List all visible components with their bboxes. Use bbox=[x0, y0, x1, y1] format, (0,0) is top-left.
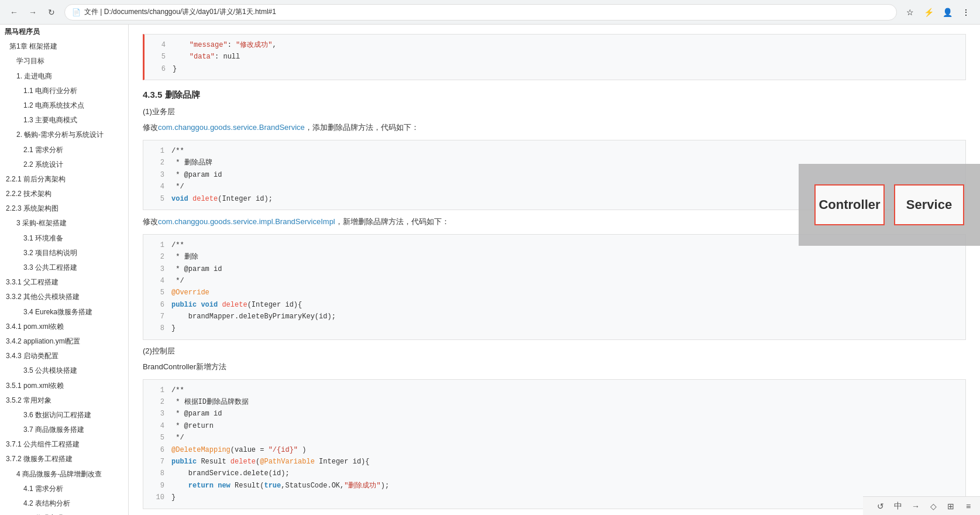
service-impl-code: 1 /** 2 * 删除 3 * @param id 4 */ 5 @Overr… bbox=[143, 234, 966, 340]
sidebar-item-4-2[interactable]: 4.2 表结构分析 bbox=[0, 496, 128, 511]
sidebar-item-2-2-1[interactable]: 2.2.1 前后分离架构 bbox=[0, 172, 128, 187]
line-number: 4 bbox=[148, 420, 164, 432]
code-text: */ bbox=[171, 432, 184, 444]
sidebar-label: 3.2 项目结构说明 bbox=[23, 248, 77, 259]
sidebar-item-3-7[interactable]: 3.7 商品微服务搭建 bbox=[0, 423, 128, 437]
sidebar-item-ch1[interactable]: 第1章 框架搭建 bbox=[0, 39, 128, 54]
nav-buttons: ← → ↻ bbox=[6, 4, 60, 20]
bookmark-icon[interactable]: ☆ bbox=[902, 4, 918, 20]
line-number: 6 bbox=[148, 299, 164, 311]
controller-description: BrandController新增方法 bbox=[143, 361, 966, 373]
sidebar-item-4-3[interactable]: 4.3 代码实现 bbox=[0, 511, 128, 515]
sidebar-label: 1.2 电商系统技术点 bbox=[23, 100, 84, 111]
sidebar-item-3-6[interactable]: 3.6 数据访问工程搭建 bbox=[0, 408, 128, 423]
impl-link[interactable]: com.changgou.goods.service.impl.BrandSer… bbox=[158, 217, 335, 226]
sidebar-item-1-2[interactable]: 1.2 电商系统技术点 bbox=[0, 98, 128, 113]
sidebar-item-4[interactable]: 4 商品微服务-品牌增删改查 bbox=[0, 467, 128, 482]
line-number: 1 bbox=[148, 384, 164, 396]
sidebar-item-3-3-2[interactable]: 3.3.2 其他公共模块搭建 bbox=[0, 290, 128, 304]
line-number: 8 bbox=[148, 322, 164, 334]
code-text: return new Result(true,StatusCode.OK,"删除… bbox=[171, 480, 389, 492]
code-text: * @param id bbox=[171, 408, 222, 420]
sidebar-item-1[interactable]: 1. 走进电商 bbox=[0, 69, 128, 84]
sidebar-root[interactable]: 黑马程序员 bbox=[0, 25, 128, 39]
sidebar-label: 1.3 主要电商模式 bbox=[23, 115, 77, 126]
sidebar-item-3-4-2[interactable]: 3.4.2 appliation.yml配置 bbox=[0, 334, 128, 349]
code-text: * 根据ID删除品牌数据 bbox=[171, 396, 249, 408]
extensions-icon[interactable]: ⚡ bbox=[920, 4, 937, 20]
controller-button[interactable]: Controller bbox=[814, 184, 885, 225]
sidebar-item-3-1[interactable]: 3.1 环境准备 bbox=[0, 231, 128, 246]
line-number: 6 bbox=[148, 444, 164, 456]
code-line: 8 brandService.delete(id); bbox=[143, 468, 965, 479]
sidebar-label: 3.6 数据访问工程搭建 bbox=[23, 410, 91, 421]
line-number: 9 bbox=[148, 480, 164, 492]
refresh-tool-icon[interactable]: ↺ bbox=[874, 499, 888, 513]
sidebar-label: 3.5.1 pom.xml依赖 bbox=[6, 380, 64, 392]
forward-button[interactable]: → bbox=[25, 4, 41, 20]
grid-icon[interactable]: ⊞ bbox=[944, 499, 958, 513]
sidebar-label: 4 商品微服务-品牌增删改查 bbox=[16, 469, 102, 480]
profile-icon[interactable]: 👤 bbox=[939, 4, 955, 20]
sidebar-item-2-2[interactable]: 2.2 系统设计 bbox=[0, 157, 128, 172]
code-line: 5 "data": null bbox=[145, 51, 965, 63]
sidebar-item-3[interactable]: 3 采购-框架搭建 bbox=[0, 216, 128, 231]
sidebar-label: 2.2.1 前后分离架构 bbox=[6, 174, 66, 185]
arrow-icon[interactable]: → bbox=[909, 499, 923, 513]
menu-tool-icon[interactable]: ≡ bbox=[961, 499, 975, 513]
line-number: 5 bbox=[148, 193, 164, 205]
sidebar-item-3-3[interactable]: 3.3 公共工程搭建 bbox=[0, 260, 128, 275]
sidebar-item-3-5-1[interactable]: 3.5.1 pom.xml依赖 bbox=[0, 379, 128, 393]
sidebar-item-3-7-2[interactable]: 3.7.2 微服务工程搭建 bbox=[0, 452, 128, 466]
code-line: 6 } bbox=[145, 63, 965, 75]
sidebar-label: 3.5 公共模块搭建 bbox=[23, 365, 77, 376]
sidebar-item-4-1[interactable]: 4.1 需求分析 bbox=[0, 482, 128, 496]
code-line: 8 } bbox=[143, 322, 965, 334]
code-line: 2 * 删除 bbox=[143, 251, 965, 263]
address-bar[interactable]: 📄 文件 | D:/documents/changgou/讲义/day01/讲义… bbox=[64, 4, 897, 20]
sidebar-item-2[interactable]: 2. 畅购-需求分析与系统设计 bbox=[0, 128, 128, 142]
code-line: 1 /** bbox=[143, 145, 965, 157]
code-line: 6 public void delete(Integer id){ bbox=[143, 299, 965, 311]
code-text: } bbox=[171, 322, 176, 334]
sidebar-item-2-2-2[interactable]: 2.2.2 技术架构 bbox=[0, 187, 128, 201]
sidebar-item-1-1[interactable]: 1.1 电商行业分析 bbox=[0, 84, 128, 98]
sidebar-item-3-2[interactable]: 3.2 项目结构说明 bbox=[0, 246, 128, 260]
code-line: 1 /** bbox=[143, 384, 965, 396]
line-number: 7 bbox=[148, 311, 164, 322]
sidebar-item-3-5-2[interactable]: 3.5.2 常用对象 bbox=[0, 393, 128, 408]
line-number: 5 bbox=[148, 287, 164, 298]
sidebar-item-3-4-3[interactable]: 3.4.3 启动类配置 bbox=[0, 349, 128, 363]
translate-icon[interactable]: 中 bbox=[891, 499, 905, 513]
refresh-button[interactable]: ↻ bbox=[43, 4, 60, 20]
diamond-icon[interactable]: ◇ bbox=[926, 499, 940, 513]
code-text: } bbox=[173, 63, 177, 75]
sidebar-item-3-4-1[interactable]: 3.4.1 pom.xml依赖 bbox=[0, 320, 128, 334]
sidebar-item-2-2-3[interactable]: 2.2.3 系统架构图 bbox=[0, 201, 128, 216]
sidebar-item-3-3-1[interactable]: 3.3.1 父工程搭建 bbox=[0, 275, 128, 290]
sidebar-label: 3.3.1 父工程搭建 bbox=[6, 277, 59, 288]
code-text: * 删除品牌 bbox=[171, 157, 212, 169]
code-text: */ bbox=[171, 275, 184, 287]
sidebar-item-2-1[interactable]: 2.1 需求分析 bbox=[0, 143, 128, 157]
sidebar-label: 学习目标 bbox=[16, 56, 44, 67]
sidebar-item-1-3[interactable]: 1.3 主要电商模式 bbox=[0, 113, 128, 128]
menu-icon[interactable]: ⋮ bbox=[958, 4, 974, 20]
line-number: 2 bbox=[148, 157, 164, 169]
service-link[interactable]: com.changgou.goods.service.BrandService bbox=[158, 123, 305, 132]
code-line: 5 @Override bbox=[143, 287, 965, 298]
sidebar-item-3-4[interactable]: 3.4 Eureka微服务搭建 bbox=[0, 305, 128, 320]
sidebar-item-3-5[interactable]: 3.5 公共模块搭建 bbox=[0, 363, 128, 378]
line-number: 2 bbox=[148, 251, 164, 263]
sidebar-label: 2. 畅购-需求分析与系统设计 bbox=[16, 129, 104, 140]
sidebar-item-3-7-1[interactable]: 3.7.1 公共组件工程搭建 bbox=[0, 437, 128, 452]
heading-text: (2)控制层 bbox=[143, 346, 175, 355]
back-button[interactable]: ← bbox=[6, 4, 22, 20]
sidebar-item-goal[interactable]: 学习目标 bbox=[0, 54, 128, 68]
browser-chrome: ← → ↻ 📄 文件 | D:/documents/changgou/讲义/da… bbox=[0, 0, 980, 25]
sidebar-label: 3.4.2 appliation.yml配置 bbox=[6, 336, 80, 347]
sidebar-label: 3.3.2 其他公共模块搭建 bbox=[6, 291, 80, 303]
code-text: * @param id bbox=[171, 263, 222, 275]
sidebar-label: 1. 走进电商 bbox=[16, 71, 52, 82]
service-button[interactable]: Service bbox=[894, 184, 964, 225]
